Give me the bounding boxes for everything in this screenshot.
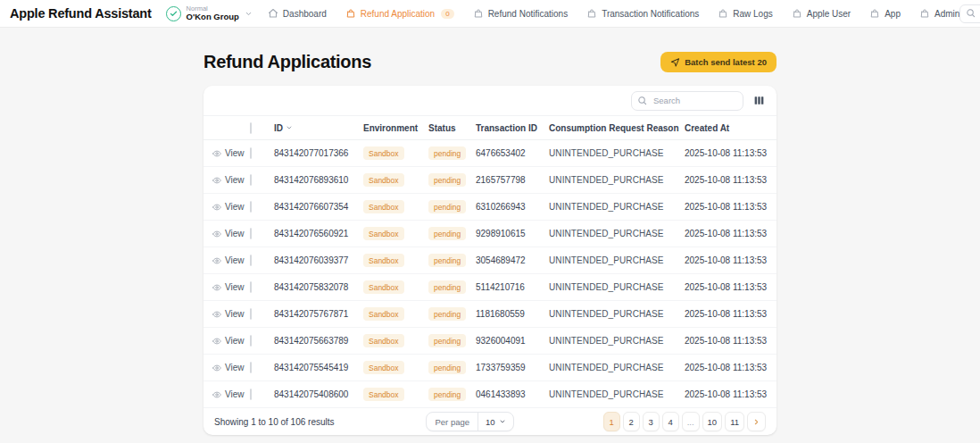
row-checkbox[interactable] (250, 281, 252, 293)
cell-reason: UNINTENDED_PURCHASE (549, 309, 685, 319)
cell-id: 843142076039377 (274, 255, 363, 265)
column-settings-icon[interactable] (752, 94, 766, 108)
nav-item-admin[interactable]: Admin (919, 8, 959, 19)
view-button[interactable]: View (212, 309, 250, 319)
table-header: ID Environment Status Transaction ID Con… (203, 115, 777, 140)
page-button-3[interactable]: 3 (643, 412, 660, 431)
cell-created-at: 2025-10-08 11:13:53 (685, 309, 768, 319)
eye-icon (212, 203, 221, 212)
view-button[interactable]: View (212, 175, 250, 185)
view-button[interactable]: View (212, 202, 250, 212)
status-badge: pending (428, 388, 466, 401)
environment-badge: Sandbox (363, 361, 404, 374)
results-summary: Showing 1 to 10 of 106 results (214, 417, 335, 427)
nav-item-dashboard[interactable]: Dashboard (268, 8, 327, 19)
table-search-input[interactable] (631, 91, 743, 111)
batch-send-button[interactable]: Batch send latest 20 (660, 52, 777, 72)
eye-icon (212, 337, 221, 346)
tenant-switcher[interactable]: Normal O'Kon Group (166, 5, 253, 22)
cell-transaction-id: 9298910615 (476, 229, 549, 238)
cell-id: 843142075663789 (274, 336, 363, 346)
cell-transaction-id: 2165757798 (476, 175, 549, 185)
page-button-11[interactable]: 11 (725, 412, 744, 431)
row-checkbox[interactable] (250, 147, 252, 159)
column-header-transaction-id: Transaction ID (476, 123, 549, 133)
chevron-right-icon (752, 418, 760, 426)
row-checkbox[interactable] (250, 389, 252, 400)
view-button[interactable]: View (212, 363, 250, 372)
cell-reason: UNINTENDED_PURCHASE (549, 363, 685, 372)
nav-item-label: App (884, 9, 901, 19)
cell-created-at: 2025-10-08 11:13:53 (685, 255, 768, 265)
status-badge: pending (428, 307, 466, 321)
nav-item-refund-application[interactable]: Refund Application0 (345, 8, 454, 19)
main-content: Refund Applications Batch send latest 20… (203, 52, 777, 435)
view-button[interactable]: View (212, 282, 250, 292)
table-footer: Showing 1 to 10 of 106 results Per page … (203, 408, 777, 435)
page-title: Refund Applications (203, 52, 371, 72)
next-page-button[interactable] (747, 412, 766, 431)
page-button-2[interactable]: 2 (623, 412, 640, 431)
column-header-created-at: Created At (685, 123, 768, 133)
status-badge: pending (428, 361, 466, 374)
row-checkbox[interactable] (250, 255, 252, 266)
table-search (631, 91, 743, 111)
table-row: View843142076560921Sandboxpending9298910… (203, 221, 777, 247)
cell-reason: UNINTENDED_PURCHASE (549, 336, 685, 346)
cell-id: 843142075767871 (274, 309, 363, 319)
view-button[interactable]: View (212, 389, 250, 399)
row-checkbox[interactable] (250, 201, 252, 213)
column-header-status: Status (428, 123, 476, 133)
cell-reason: UNINTENDED_PURCHASE (549, 229, 685, 238)
cell-id: 843142075832078 (274, 282, 363, 292)
view-button[interactable]: View (212, 336, 250, 346)
nav-item-label: Transaction Notifications (602, 9, 699, 19)
pagination-ellipsis: ... (682, 412, 700, 431)
environment-badge: Sandbox (363, 388, 404, 401)
chevron-down-icon (245, 10, 253, 18)
nav-item-apple-user[interactable]: Apple User (792, 8, 851, 19)
per-page-select[interactable]: Per page 10 (426, 412, 513, 431)
eye-icon (212, 230, 221, 238)
row-checkbox[interactable] (250, 174, 252, 186)
table-row: View843142077017366Sandboxpending6476653… (203, 140, 777, 167)
page-button-10[interactable]: 10 (702, 412, 723, 431)
status-check-icon (166, 6, 181, 21)
refund-table-card: ID Environment Status Transaction ID Con… (203, 86, 777, 435)
nav-item-raw-logs[interactable]: Raw Logs (718, 8, 772, 19)
nav-item-label: Apple User (807, 9, 851, 19)
sort-chevron-icon (286, 124, 293, 131)
nav-badge: 0 (441, 9, 453, 19)
cell-transaction-id: 5114210716 (476, 282, 549, 292)
page-button-4[interactable]: 4 (662, 412, 679, 431)
column-header-id[interactable]: ID (274, 123, 363, 133)
view-button[interactable]: View (212, 148, 250, 158)
column-header-reason: Consumption Request Reason (549, 123, 685, 133)
cell-created-at: 2025-10-08 11:13:53 (685, 229, 768, 238)
cell-reason: UNINTENDED_PURCHASE (549, 175, 685, 185)
view-button[interactable]: View (212, 229, 250, 238)
environment-badge: Sandbox (363, 334, 404, 347)
nav-item-label: Raw Logs (733, 9, 772, 19)
table-row: View843142076893610Sandboxpending2165757… (203, 167, 777, 194)
cell-created-at: 2025-10-08 11:13:53 (685, 363, 768, 372)
row-checkbox[interactable] (250, 228, 252, 239)
page-button-1[interactable]: 1 (603, 412, 620, 431)
bag-icon (919, 8, 930, 19)
bag-icon (792, 8, 802, 19)
table-row: View843142075767871Sandboxpending1181680… (203, 301, 777, 328)
row-checkbox[interactable] (250, 308, 252, 320)
row-checkbox[interactable] (250, 335, 252, 347)
environment-badge: Sandbox (363, 173, 404, 187)
row-checkbox[interactable] (250, 362, 252, 373)
select-all-checkbox[interactable] (250, 122, 252, 134)
nav-item-refund-notifications[interactable]: Refund Notifications (473, 8, 569, 19)
nav-item-app[interactable]: App (869, 8, 901, 19)
view-button[interactable]: View (212, 255, 250, 265)
chevron-down-icon (499, 418, 506, 425)
cell-id: 843142075545419 (274, 363, 363, 372)
cell-reason: UNINTENDED_PURCHASE (549, 255, 685, 265)
cell-reason: UNINTENDED_PURCHASE (549, 202, 685, 212)
status-badge: pending (428, 334, 466, 347)
nav-item-transaction-notifications[interactable]: Transaction Notifications (586, 8, 699, 19)
